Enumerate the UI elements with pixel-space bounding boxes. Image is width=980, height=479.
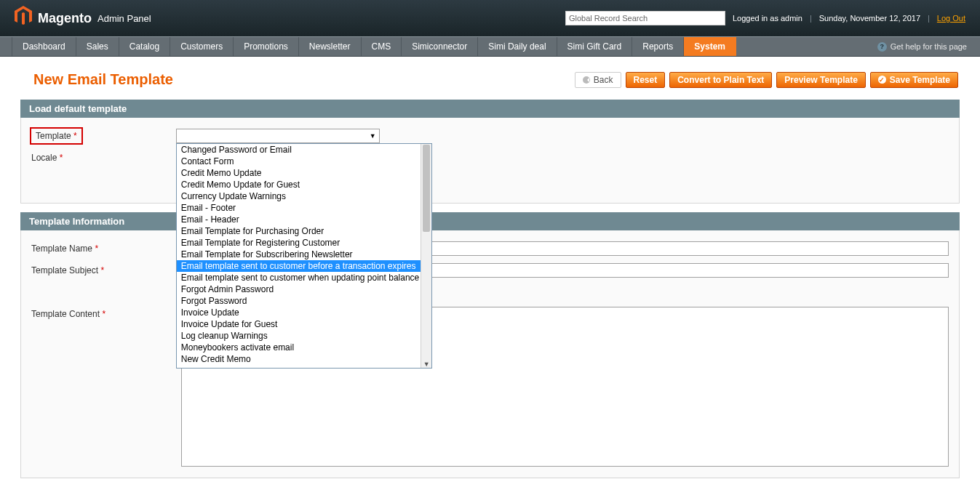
nav-item-cms[interactable]: CMS bbox=[362, 37, 402, 56]
template-dropdown-list[interactable]: Changed Password or EmailContact FormCre… bbox=[176, 143, 432, 369]
locale-field-row: Locale * bbox=[31, 147, 949, 166]
dropdown-option[interactable]: Forgot Password bbox=[177, 295, 421, 307]
dropdown-option[interactable]: Email Template for Registering Customer bbox=[177, 237, 421, 249]
template-name-label: Template Name * bbox=[31, 241, 181, 254]
brand-name: Magento bbox=[38, 11, 92, 26]
dropdown-option[interactable]: Currency Update Warnings bbox=[177, 190, 421, 202]
admin-header: Magento Admin Panel Logged in as admin |… bbox=[0, 0, 980, 36]
dropdown-option[interactable]: Email Template for Subscribering Newslet… bbox=[177, 249, 421, 260]
section-body: Template * Changed Password or EmailCont… bbox=[20, 118, 960, 204]
check-icon: ✓ bbox=[878, 76, 886, 84]
nav-item-newsletter[interactable]: Newsletter bbox=[299, 37, 362, 56]
page-head: New Email Template Back Reset Convert to… bbox=[0, 57, 980, 100]
template-select[interactable] bbox=[176, 129, 380, 143]
dropdown-option[interactable]: Email - Footer bbox=[177, 202, 421, 214]
nav-item-promotions[interactable]: Promotions bbox=[234, 37, 299, 56]
back-button[interactable]: Back bbox=[575, 72, 621, 88]
dropdown-scrollbar[interactable]: ▼ bbox=[421, 144, 431, 368]
load-default-template-section: Load default template Template * Changed… bbox=[20, 100, 960, 204]
back-icon bbox=[583, 76, 590, 84]
nav-item-catalog[interactable]: Catalog bbox=[119, 37, 170, 56]
nav-item-simiconnector[interactable]: Simiconnector bbox=[402, 37, 478, 56]
logged-in-text: Logged in as admin bbox=[733, 14, 802, 23]
scrollbar-thumb[interactable] bbox=[423, 145, 430, 232]
section-header: Template Information bbox=[20, 212, 960, 230]
scroll-down-icon[interactable]: ▼ bbox=[423, 361, 430, 367]
template-content-row: Template Content * bbox=[31, 303, 949, 470]
dropdown-option[interactable]: Invoice Update bbox=[177, 307, 421, 318]
brand-sub: Admin Panel bbox=[97, 13, 151, 24]
dropdown-option[interactable]: Contact Form bbox=[177, 156, 421, 167]
nav-item-system[interactable]: System bbox=[684, 37, 736, 56]
dropdown-option[interactable]: New Credit Memo bbox=[177, 353, 421, 365]
reset-button[interactable]: Reset bbox=[626, 72, 666, 88]
action-buttons: Back Reset Convert to Plain Text Preview… bbox=[575, 72, 958, 88]
dropdown-option[interactable]: Changed Password or Email bbox=[177, 144, 421, 156]
separator: | bbox=[810, 14, 812, 23]
section-body: Template Name * Template Subject * Templ… bbox=[20, 230, 960, 478]
help-icon: ? bbox=[877, 42, 887, 52]
dropdown-option[interactable]: Credit Memo Update for Guest bbox=[177, 179, 421, 190]
dropdown-option[interactable]: Moneybookers activate email bbox=[177, 342, 421, 353]
nav-item-reports[interactable]: Reports bbox=[632, 37, 684, 56]
nav-item-simi-gift-card[interactable]: Simi Gift Card bbox=[557, 37, 633, 56]
locale-label: Locale * bbox=[31, 150, 181, 163]
nav-item-customers[interactable]: Customers bbox=[170, 37, 234, 56]
logo: Magento Admin Panel bbox=[15, 6, 151, 31]
template-subject-row: Template Subject * bbox=[31, 259, 949, 281]
dropdown-option[interactable]: Forgot Admin Password bbox=[177, 283, 421, 295]
logout-link[interactable]: Log Out bbox=[937, 14, 965, 23]
page-title: New Email Template bbox=[33, 71, 173, 88]
dropdown-option[interactable]: Email template sent to customer before a… bbox=[177, 260, 421, 272]
nav-item-dashboard[interactable]: Dashboard bbox=[12, 37, 76, 56]
header-right: Logged in as admin | Sunday, November 12… bbox=[565, 11, 965, 25]
header-date: Sunday, November 12, 2017 bbox=[819, 14, 920, 23]
convert-button[interactable]: Convert to Plain Text bbox=[669, 72, 772, 88]
help-text: Get help for this page bbox=[891, 42, 967, 51]
dropdown-option[interactable]: Log cleanup Warnings bbox=[177, 330, 421, 342]
separator: | bbox=[928, 14, 930, 23]
section-header: Load default template bbox=[20, 100, 960, 118]
template-name-row: Template Name * bbox=[31, 238, 949, 259]
template-control: Changed Password or EmailContact FormCre… bbox=[176, 129, 949, 143]
dropdown-option[interactable]: Email - Header bbox=[177, 214, 421, 225]
template-field-row: Template * Changed Password or EmailCont… bbox=[31, 125, 949, 147]
dropdown-option[interactable]: Invoice Update for Guest bbox=[177, 318, 421, 330]
template-label: Template * bbox=[31, 129, 81, 143]
dropdown-option[interactable]: Email Template for Purchasing Order bbox=[177, 225, 421, 237]
template-information-section: Template Information Template Name * Tem… bbox=[20, 212, 960, 478]
dropdown-option[interactable]: Email template sent to customer when upd… bbox=[177, 272, 421, 283]
help-link[interactable]: ? Get help for this page bbox=[877, 42, 967, 52]
magento-logo-icon bbox=[15, 6, 32, 31]
dropdown-option[interactable]: Credit Memo Update bbox=[177, 167, 421, 179]
preview-button[interactable]: Preview Template bbox=[776, 72, 866, 88]
nav-item-sales[interactable]: Sales bbox=[76, 37, 119, 56]
main-nav: DashboardSalesCatalogCustomersPromotions… bbox=[0, 36, 980, 57]
template-content-label: Template Content * bbox=[31, 307, 181, 319]
save-button[interactable]: ✓Save Template bbox=[870, 72, 958, 88]
nav-item-simi-daily-deal[interactable]: Simi Daily deal bbox=[478, 37, 557, 56]
template-subject-label: Template Subject * bbox=[31, 263, 181, 275]
global-search-input[interactable] bbox=[565, 11, 725, 25]
